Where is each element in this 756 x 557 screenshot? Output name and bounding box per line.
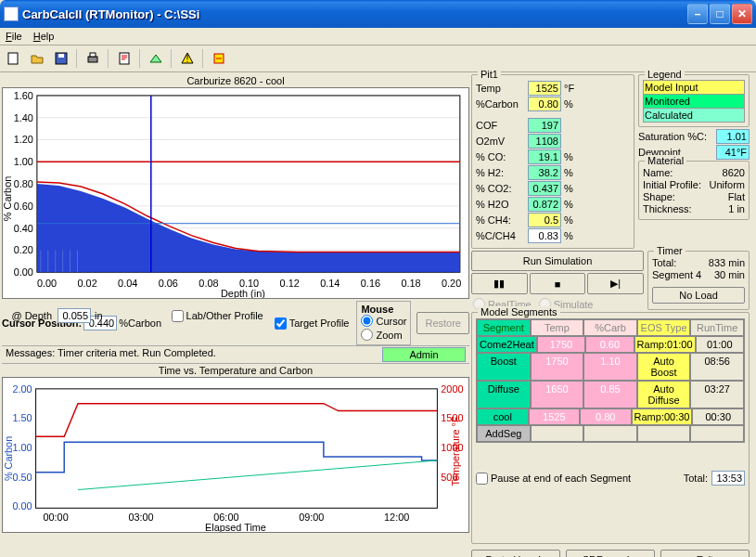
material-group: Material Name:8620 Initial Profile:Unifo… [638,161,750,220]
chart1-title: Carburize 8620 - cool [2,74,469,87]
svg-text:0.14: 0.14 [320,278,340,289]
temp-value: 1525 [528,81,561,96]
svg-text:1000: 1000 [441,442,463,453]
svg-text:1.00: 1.00 [13,442,32,453]
pause-segment-checkbox[interactable]: Pause at end of each Segment [476,473,631,485]
svg-text:0.16: 0.16 [361,278,380,289]
plot3d-icon[interactable] [145,47,167,70]
svg-text:0.20: 0.20 [14,244,33,255]
svg-text:1.40: 1.40 [14,112,33,123]
doc-icon[interactable] [113,47,135,70]
svg-text:09:00: 09:00 [299,512,324,523]
cursor-depth-value: 0.055 [58,308,91,323]
svg-text:2.00: 2.00 [13,383,32,395]
svg-rect-2 [58,54,64,58]
warning-icon[interactable]: ! [176,47,199,70]
svg-rect-5 [120,53,129,64]
toolbar: ! [0,45,756,72]
h2o-value: 0.872 [528,197,561,212]
svg-text:0.20: 0.20 [442,278,461,289]
table-row[interactable]: Diffuse16500.85Auto Diffuse03:27 [477,381,744,408]
timer-group: Timer Total:833 min Segment 430 min No L… [647,251,750,310]
sdrecorder-button[interactable]: SDRecorder [566,550,655,557]
depth-chart: % Carbon 1.601.40 1.201.00 0.800.60 0.40… [2,87,469,299]
new-icon[interactable] [2,47,24,70]
ch4-value: 0.5 [528,213,561,227]
svg-text:0.02: 0.02 [78,278,97,289]
lab-profile-checkbox[interactable]: Lab/Other Profile [172,310,263,322]
carbon-value: 0.80 [528,97,561,111]
minimize-button[interactable]: – [687,4,708,24]
svg-text:1.60: 1.60 [14,90,33,101]
run-simulation-button[interactable]: Run Simulation [471,251,644,271]
segments-group: Model Segments Segment Temp %Carb EOS Ty… [471,312,750,544]
app-icon [4,6,19,21]
legend-monitored: Monitored [643,94,745,109]
chart2-title: Time vs. Temperature and Carbon [2,364,469,377]
svg-text:!: ! [186,53,188,64]
svg-text:0.04: 0.04 [118,278,137,289]
co2-value: 0.437 [528,181,561,196]
close-button[interactable]: ✕ [732,4,752,24]
pit-group: Pit1 Temp1525°F %Carbon0.80% COF197 O2mV… [471,74,634,249]
svg-text:0.00: 0.00 [13,500,32,512]
open-icon[interactable] [26,47,48,70]
svg-text:0.40: 0.40 [14,223,33,234]
svg-rect-0 [8,53,18,64]
exit-button[interactable]: Exit [660,550,750,557]
svg-rect-4 [90,53,96,57]
svg-text:1.20: 1.20 [14,134,33,145]
legend-group: Legend Model Input Monitored Calculated [638,74,750,127]
zoom-radio[interactable]: Zoom [361,329,402,341]
svg-text:500: 500 [441,472,457,483]
svg-text:0.00: 0.00 [37,278,57,289]
end-button[interactable]: ▶| [587,273,644,294]
cof-value: 197 [528,118,561,133]
legend-model-input: Model Input [643,80,745,95]
svg-rect-65 [36,389,438,508]
co-value: 19.1 [528,149,561,164]
window-title: CarbCalcII (RTMonitor) - C:\SSi [22,7,687,21]
dewpoint-value: 41°F [716,145,750,160]
pause-button[interactable]: ▮▮ [471,273,528,294]
svg-text:1500: 1500 [441,412,463,423]
svg-text:0.08: 0.08 [199,278,218,289]
svg-text:0.50: 0.50 [13,472,32,483]
depth-label: @ Depth [2,310,52,321]
print-icon[interactable] [82,47,104,70]
time-chart: % Carbon Temperature °F 2.001.50 1.000.5… [2,377,469,533]
menubar: File Help [0,28,756,45]
temp-icon[interactable] [208,47,230,70]
svg-text:1.00: 1.00 [14,156,33,167]
o2-value: 1108 [528,134,561,149]
svg-text:12:00: 12:00 [384,512,409,523]
pit-title: Pit1 [478,69,501,80]
legend-calculated: Calculated [643,108,745,123]
svg-text:03:00: 03:00 [128,512,153,523]
menu-file[interactable]: File [6,31,22,42]
messages-text: Messages: Timer criteria met. Run Comple… [6,347,382,362]
stop-button[interactable]: ■ [530,273,586,294]
maximize-button[interactable]: □ [710,4,730,24]
save-icon[interactable] [50,47,72,70]
svg-text:2000: 2000 [441,383,463,395]
table-row[interactable]: cool15250.80Ramp:00:3000:30 [477,408,744,425]
svg-text:Elapsed Time: Elapsed Time [205,522,266,532]
svg-text:0.60: 0.60 [14,201,33,212]
svg-text:Depth (in): Depth (in) [221,288,265,298]
noload-button[interactable]: No Load [652,287,745,304]
svg-text:0.00: 0.00 [14,266,33,278]
menu-help[interactable]: Help [33,31,55,42]
svg-text:0.06: 0.06 [159,278,178,289]
svg-text:0.80: 0.80 [14,178,33,189]
table-row[interactable]: Come2Heat17500.60Ramp:01:0001:00 [477,336,744,353]
svg-text:0.18: 0.18 [401,278,420,289]
admin-badge: Admin [382,347,466,362]
add-segment-button[interactable]: AddSeg [477,425,531,442]
svg-text:0.12: 0.12 [280,278,300,289]
table-row[interactable]: Boost17501.10Auto Boost08:56 [477,353,744,381]
segments-table: Segment Temp %Carb EOS Type RunTime Come… [476,318,745,443]
h2-value: 38.2 [528,165,561,180]
parts-loads-button[interactable]: Parts / Loads [471,550,560,557]
titlebar: CarbCalcII (RTMonitor) - C:\SSi – □ ✕ [0,0,756,28]
